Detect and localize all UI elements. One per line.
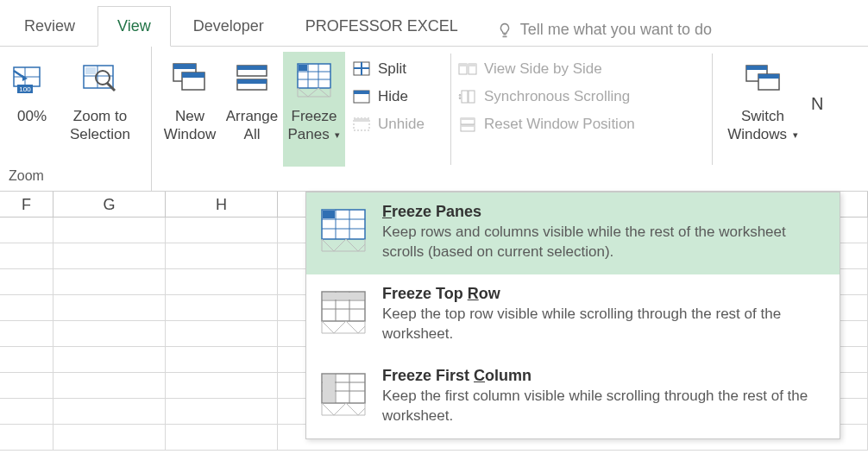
arrange-label-2: All: [244, 125, 261, 143]
tell-me-placeholder: Tell me what you want to do: [520, 21, 712, 39]
new-window-label-1: New: [175, 107, 204, 125]
chevron-down-icon: ▾: [793, 129, 798, 140]
hide-icon: [352, 87, 371, 106]
group-label-window: [159, 167, 861, 189]
menu-item-freeze-first-column[interactable]: Freeze First Column Keep the first colum…: [306, 356, 840, 438]
zoom-100-icon: 100: [12, 59, 52, 98]
svg-rect-44: [323, 375, 335, 402]
side-by-side-label: View Side by Side: [484, 60, 602, 78]
zoom-100-button[interactable]: 100 00%: [7, 52, 57, 167]
hide-button[interactable]: Hide: [350, 83, 445, 110]
col-header-g[interactable]: G: [53, 192, 166, 217]
group-zoom: 100 00% Zoom to Selection: [0, 47, 152, 191]
hide-label: Hide: [378, 88, 408, 105]
freeze-label-2: Panes ▾: [288, 125, 341, 143]
svg-rect-29: [462, 91, 468, 103]
new-window-label-2: Window: [164, 125, 216, 143]
tab-view[interactable]: View: [97, 6, 171, 47]
menu-item-title: Freeze Top Row: [382, 285, 824, 303]
freeze-panes-menu: Freeze Panes Keep rows and columns visib…: [305, 192, 840, 439]
svg-rect-27: [459, 64, 467, 66]
menu-item-desc: Keep rows and columns visible while the …: [382, 223, 824, 262]
svg-rect-40: [323, 211, 335, 218]
new-window-button[interactable]: New Window: [159, 52, 221, 167]
arrange-all-icon: [232, 59, 272, 98]
svg-rect-11: [182, 73, 204, 78]
unhide-icon: [352, 115, 371, 134]
side-by-side-icon: [458, 60, 477, 79]
tell-me-box[interactable]: Tell me what you want to do: [481, 21, 715, 46]
split-icon: [352, 60, 371, 79]
lightbulb-icon: [496, 22, 513, 39]
menu-item-desc: Keep the top row visible while scrolling…: [382, 305, 824, 344]
menu-item-desc: Keep the first column visible while scro…: [382, 387, 824, 426]
col-header-h[interactable]: H: [166, 192, 278, 217]
group-label-zoom: Zoom: [7, 167, 144, 189]
svg-rect-36: [746, 66, 767, 70]
svg-rect-33: [461, 118, 475, 120]
reset-window-pos-button: Reset Window Position: [456, 110, 707, 138]
col-header-f[interactable]: F: [0, 192, 53, 217]
separator: [450, 54, 451, 165]
split-button[interactable]: Split: [350, 55, 445, 83]
svg-rect-30: [469, 91, 475, 103]
tab-professor-excel[interactable]: PROFESSOR EXCEL: [286, 7, 477, 46]
sync-scroll-button: Synchronous Scrolling: [456, 83, 707, 110]
group-window: New Window Arrange All: [152, 47, 868, 191]
menu-item-title: Freeze Panes: [382, 203, 824, 221]
new-window-icon: [170, 59, 210, 98]
arrange-label-1: Arrange: [226, 107, 278, 125]
svg-rect-24: [354, 118, 369, 122]
zoom-to-selection-button[interactable]: Zoom to Selection: [57, 52, 143, 167]
magnifier-icon: [80, 59, 120, 98]
tab-developer[interactable]: Developer: [174, 7, 283, 46]
arrange-all-button[interactable]: Arrange All: [221, 52, 283, 167]
chevron-down-icon: ▾: [335, 129, 340, 140]
zoom-to-label-2: Selection: [70, 125, 130, 143]
ribbon-tabs: Review View Developer PROFESSOR EXCEL Te…: [0, 0, 868, 47]
switch-label-1: Switch: [741, 107, 784, 125]
svg-rect-38: [758, 74, 779, 79]
split-label: Split: [378, 60, 406, 78]
freeze-top-row-icon: [318, 288, 368, 337]
tab-review[interactable]: Review: [5, 7, 94, 46]
reset-pos-label: Reset Window Position: [484, 116, 635, 133]
window-toggle-col: Split Hide Unhide: [350, 52, 445, 167]
switch-windows-button[interactable]: Switch Windows ▾: [718, 52, 808, 167]
svg-rect-13: [237, 66, 267, 70]
switch-windows-icon: [743, 59, 783, 98]
svg-rect-9: [173, 64, 196, 69]
svg-rect-22: [354, 91, 369, 94]
overflow: N: [808, 52, 827, 167]
reset-position-icon: [458, 115, 477, 134]
svg-rect-5: [85, 67, 96, 74]
freeze-panes-button[interactable]: Freeze Panes ▾: [283, 52, 345, 167]
svg-rect-17: [299, 65, 307, 71]
svg-rect-34: [461, 125, 475, 127]
switch-label-2: Windows ▾: [727, 125, 798, 143]
separator: [712, 54, 713, 165]
sheet-area: F G H Freeze Panes: [0, 192, 868, 451]
zoom-100-label: 00%: [17, 107, 47, 125]
svg-rect-15: [237, 79, 267, 84]
freeze-first-column-icon: [318, 370, 368, 419]
svg-text:100: 100: [19, 85, 31, 93]
freeze-label-1: Freeze: [292, 107, 337, 125]
menu-item-freeze-top-row[interactable]: Freeze Top Row Keep the top row visible …: [306, 274, 840, 356]
zoom-to-label-1: Zoom to: [73, 107, 127, 125]
freeze-panes-menu-icon: [318, 206, 368, 255]
svg-rect-28: [469, 64, 476, 66]
sync-scroll-label: Synchronous Scrolling: [484, 88, 630, 105]
menu-item-title: Freeze First Column: [382, 367, 824, 385]
menu-item-freeze-panes[interactable]: Freeze Panes Keep rows and columns visib…: [306, 192, 840, 274]
window-compare-col: View Side by Side Synchronous Scrolling …: [456, 52, 707, 167]
unhide-button: Unhide: [350, 110, 445, 138]
view-side-by-side-button: View Side by Side: [456, 55, 707, 83]
ribbon: 100 00% Zoom to Selection: [0, 47, 868, 192]
sync-scroll-icon: [458, 87, 477, 106]
unhide-label: Unhide: [378, 116, 425, 133]
svg-rect-42: [323, 293, 364, 300]
freeze-panes-icon: [294, 59, 334, 98]
